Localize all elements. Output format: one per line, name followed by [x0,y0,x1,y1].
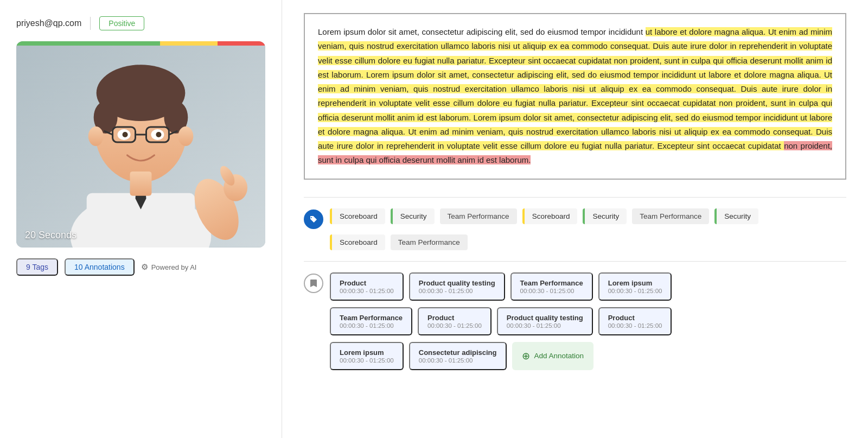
header-row: priyesh@qp.com Positive [16,16,265,30]
tag-chip-scoreboard-1[interactable]: Scoreboard [330,208,385,224]
annotation-chip-product-3[interactable]: Product 00:00:30 - 01:25:00 [598,307,672,335]
tag-chip-teamperf-2[interactable]: Team Performance [632,208,709,224]
annotation-chip-loremipsum-1[interactable]: Lorem ipsum 00:00:30 - 01:25:00 [598,272,672,301]
tag-chip-security-2[interactable]: Security [583,208,627,224]
add-annotation-button[interactable]: ⊕ Add Annotation [512,342,594,370]
ai-powered-label: ⚙ Powered by AI [141,262,197,272]
tags-count-badge[interactable]: 9 Tags [16,258,58,276]
tags-row-1: Scoreboard Security Team Performance Sco… [304,208,846,229]
right-panel: Lorem ipsum dolor sit amet, consectetur … [282,0,868,438]
annotations-row-3: Lorem ipsum 00:00:30 - 01:25:00 Consecte… [304,342,846,370]
tag-chip-security-3[interactable]: Security [714,208,758,224]
tags-chips-row1: Scoreboard Security Team Performance Sco… [330,208,758,224]
annotations-chips-row2: Team Performance 00:00:30 - 01:25:00 Pro… [330,307,672,335]
positive-badge[interactable]: Positive [99,16,144,30]
annotations-row-1: Product 00:00:30 - 01:25:00 Product qual… [304,272,846,301]
svg-point-15 [123,132,128,137]
tag-chip-scoreboard-2[interactable]: Scoreboard [522,208,578,224]
annotations-section: Product 00:00:30 - 01:25:00 Product qual… [304,261,846,370]
tag-chip-security-1[interactable]: Security [391,208,435,224]
person-image [16,41,265,247]
video-time: 20 Seconds [25,230,76,241]
annotation-chip-loremipsum-2[interactable]: Lorem ipsum 00:00:30 - 01:25:00 [330,342,404,370]
add-annotation-label: Add Annotation [534,352,584,360]
tag-chip-teamperf-1[interactable]: Team Performance [440,208,517,224]
ai-icon: ⚙ [141,262,148,272]
text-plain: Lorem ipsum dolor sit amet, consectetur … [318,27,646,36]
svg-point-16 [156,132,161,137]
color-yellow [160,41,218,46]
tags-icon-filled [304,210,323,229]
plus-icon: ⊕ [522,350,530,362]
color-bar [16,41,265,46]
svg-point-17 [88,126,104,146]
left-panel: priyesh@qp.com Positive [0,0,282,438]
annotation-chip-productquality-2[interactable]: Product quality testing 00:00:30 - 01:25… [497,307,593,335]
tag-chip-teamperf-3[interactable]: Team Performance [391,234,468,250]
annotation-chip-teamperf-1[interactable]: Team Performance 00:00:30 - 01:25:00 [510,272,593,301]
video-container: 20 Seconds [16,41,265,247]
tags-chips-row2: Scoreboard Team Performance [330,234,468,250]
annotations-row-2: Team Performance 00:00:30 - 01:25:00 Pro… [304,307,846,335]
svg-point-18 [178,126,193,146]
annotation-chip-teamperf-2[interactable]: Team Performance 00:00:30 - 01:25:00 [330,307,412,335]
tags-row-2: Scoreboard Team Performance [304,234,846,250]
annotations-chips-row1: Product 00:00:30 - 01:25:00 Product qual… [330,272,672,301]
annotations-chips-row3: Lorem ipsum 00:00:30 - 01:25:00 Consecte… [330,342,593,370]
tag-chip-scoreboard-3[interactable]: Scoreboard [330,234,385,250]
annotation-chip-product-1[interactable]: Product 00:00:30 - 01:25:00 [330,272,404,301]
color-green [16,41,160,46]
bookmark-icon [304,274,323,293]
user-email: priyesh@qp.com [16,18,81,28]
text-block: Lorem ipsum dolor sit amet, consectetur … [304,13,846,180]
annotation-chip-consectetur[interactable]: Consectetur adipiscing 00:00:30 - 01:25:… [409,342,507,370]
annotations-count-badge[interactable]: 10 Annotations [65,258,135,276]
annotation-chip-product-2[interactable]: Product 00:00:30 - 01:25:00 [418,307,492,335]
ai-text: Powered by AI [151,263,197,271]
annotation-chip-productquality-1[interactable]: Product quality testing 00:00:30 - 01:25… [409,272,505,301]
svg-rect-22 [130,172,152,196]
tags-section: Scoreboard Security Team Performance Sco… [304,197,846,261]
color-red [218,41,265,46]
text-highlight-yellow: ut labore et dolore magna aliqua. Ut eni… [318,27,832,150]
vertical-divider [90,17,91,30]
meta-row: 9 Tags 10 Annotations ⚙ Powered by AI [16,256,265,278]
